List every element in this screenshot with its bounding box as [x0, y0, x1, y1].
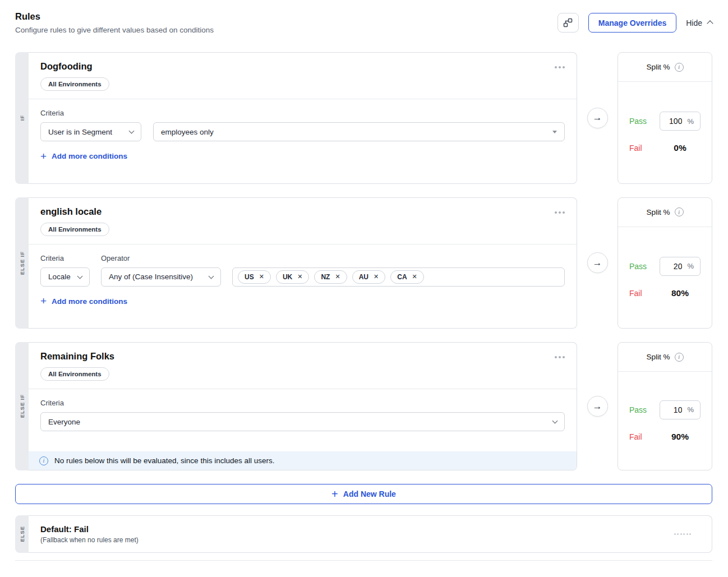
pass-percentage-input[interactable] — [665, 262, 682, 271]
info-icon[interactable]: i — [675, 353, 684, 362]
chevron-down-icon — [209, 273, 214, 279]
connector-label: ELSE IF — [19, 394, 25, 418]
rule-connector-strip: IF — [15, 52, 29, 184]
info-text: No rules below this will be evaluated, s… — [54, 456, 274, 465]
chevron-up-icon — [707, 20, 713, 26]
more-options-icon[interactable] — [555, 356, 565, 358]
remove-chip-icon[interactable]: ✕ — [335, 273, 340, 280]
fail-percentage: 80% — [660, 288, 701, 298]
remove-chip-icon[interactable]: ✕ — [297, 273, 302, 280]
chip-label: NZ — [321, 273, 330, 281]
diagram-view-button[interactable] — [557, 13, 579, 33]
remove-chip-icon[interactable]: ✕ — [259, 273, 264, 280]
plus-icon: + — [40, 153, 47, 160]
section-divider — [15, 560, 712, 561]
chevron-down-icon — [129, 128, 135, 134]
rule-title: english locale — [40, 206, 109, 217]
add-more-conditions-button[interactable]: + Add more conditions — [40, 152, 127, 160]
remove-chip-icon[interactable]: ✕ — [374, 273, 379, 280]
criteria-type-value: User is in Segment — [48, 128, 112, 136]
chip-label: CA — [397, 273, 407, 281]
more-options-icon[interactable] — [555, 66, 565, 68]
info-icon[interactable]: i — [675, 63, 684, 72]
split-panel: Split % i Pass % Fail 80% — [618, 197, 712, 329]
manage-overrides-button[interactable]: Manage Overrides — [588, 13, 676, 33]
rule-row-english-locale: ELSE IF english locale All Environments … — [15, 197, 712, 329]
rule-card-header: english locale All Environments — [29, 198, 577, 244]
operator-select[interactable]: Any of (Case Insensitive) — [101, 267, 221, 287]
criteria-type-select[interactable]: Locale — [40, 267, 90, 287]
rule-title: Dogfooding — [40, 61, 109, 72]
add-more-conditions-button[interactable]: + Add more conditions — [40, 297, 127, 306]
pass-percentage-box[interactable]: % — [660, 112, 701, 131]
add-new-rule-button[interactable]: + Add New Rule — [15, 484, 712, 504]
info-icon: i — [39, 456, 48, 465]
pass-percentage-box[interactable]: % — [660, 257, 701, 276]
rule-card-body: Criteria User is in Segment employees on… — [29, 99, 577, 183]
criteria-type-value: Locale — [48, 273, 71, 281]
criteria-label: Criteria — [40, 254, 90, 262]
more-options-icon[interactable] — [555, 211, 565, 214]
split-title: Split % — [646, 208, 670, 216]
rule-card-body: Criteria Everyone — [29, 389, 577, 431]
fail-percentage: 90% — [660, 432, 701, 442]
pass-percentage-input[interactable] — [665, 117, 682, 126]
value-chip[interactable]: UK ✕ — [276, 270, 310, 284]
rule-card: Remaining Folks All Environments Criteri… — [29, 342, 577, 470]
plus-icon: + — [331, 490, 338, 498]
chip-label: US — [245, 273, 254, 281]
pass-label: Pass — [629, 262, 647, 271]
default-rule-title: Default: Fail — [40, 524, 139, 534]
plus-icon: + — [40, 297, 47, 305]
arrow-right-icon: → — [587, 252, 608, 273]
hide-toggle[interactable]: Hide — [686, 19, 712, 27]
default-rule-subtitle: (Fallback when no rules are met) — [40, 536, 139, 544]
chip-label: UK — [283, 273, 292, 281]
criteria-type-select[interactable]: User is in Segment — [40, 122, 141, 141]
value-chip[interactable]: AU ✕ — [352, 270, 386, 284]
rule-card: Dogfooding All Environments Criteria Use… — [29, 52, 577, 184]
info-icon[interactable]: i — [675, 207, 684, 216]
pass-percentage-input[interactable] — [665, 405, 682, 414]
rules-panel: Rules Configure rules to give different … — [0, 0, 728, 561]
percent-unit: % — [687, 405, 694, 414]
rule-title: Remaining Folks — [40, 351, 114, 362]
operator-value: Any of (Case Insensitive) — [109, 273, 193, 281]
page-title: Rules — [15, 11, 214, 22]
values-input[interactable]: US ✕ UK ✕ NZ ✕ — [232, 267, 565, 287]
segment-value: employees only — [161, 128, 214, 136]
percent-unit: % — [687, 117, 694, 126]
remove-chip-icon[interactable]: ✕ — [412, 273, 417, 280]
chip-label: AU — [359, 273, 368, 281]
default-rule-card: Default: Fail (Fallback when no rules ar… — [29, 515, 712, 553]
header-left: Rules Configure rules to give different … — [15, 11, 214, 34]
rule-row-remaining-folks: ELSE IF Remaining Folks All Environments… — [15, 342, 712, 470]
split-title: Split % — [646, 63, 670, 71]
value-chip[interactable]: CA ✕ — [390, 270, 424, 284]
pass-percentage-box[interactable]: % — [660, 400, 701, 419]
page-subtitle: Configure rules to give different values… — [15, 26, 214, 34]
diagram-icon — [563, 18, 573, 27]
rule-card-header: Dogfooding All Environments — [29, 53, 577, 99]
header-actions: Manage Overrides Hide — [557, 13, 712, 33]
arrow-right-icon: → — [587, 396, 608, 417]
hide-label: Hide — [686, 19, 702, 27]
pass-label: Pass — [629, 405, 647, 414]
chevron-down-icon — [77, 273, 83, 279]
rule-card: english locale All Environments Criteria… — [29, 197, 577, 329]
split-title: Split % — [646, 353, 670, 361]
rule-connector-strip: ELSE IF — [15, 342, 29, 470]
default-rule-row: ELSE Default: Fail (Fallback when no rul… — [15, 515, 712, 553]
criteria-type-select[interactable]: Everyone — [40, 412, 565, 431]
arrow-right-icon: → — [587, 108, 608, 128]
fail-percentage: 0% — [660, 143, 701, 153]
value-chip[interactable]: US ✕ — [238, 270, 271, 284]
rule-card-body: Criteria Locale Operator Any of (Case In… — [29, 244, 577, 329]
split-panel: Split % i Pass % Fail 0% — [618, 52, 712, 184]
connector-label: ELSE IF — [19, 251, 25, 275]
add-more-label: Add more conditions — [52, 152, 127, 160]
fail-label: Fail — [629, 144, 642, 153]
segment-value-select[interactable]: employees only — [153, 122, 565, 141]
fail-label: Fail — [629, 432, 642, 441]
value-chip[interactable]: NZ ✕ — [314, 270, 347, 284]
